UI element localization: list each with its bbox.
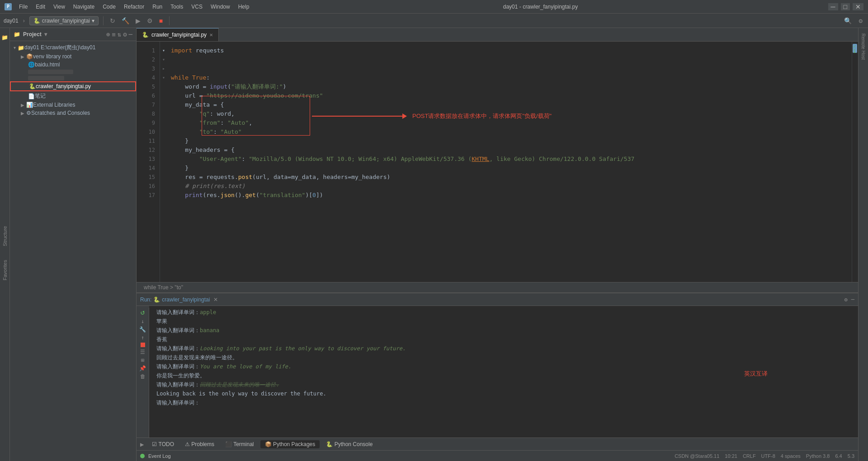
tab-python-packages[interactable]: 📦 Python Packages <box>260 440 320 448</box>
output-line-4: 香蕉 <box>156 335 851 344</box>
code-line-17: print(res.json().get("translation")[0]) <box>171 191 852 200</box>
diff-indicator: ✓ 1 <box>853 44 858 54</box>
code-line-3 <box>171 64 852 73</box>
trash-icon[interactable]: 🗑 <box>140 373 146 380</box>
stop-icon[interactable]: ■ <box>157 16 165 25</box>
tree-blurred2[interactable] <box>10 75 136 81</box>
minimize-panel-icon[interactable]: ─ <box>851 296 854 303</box>
expand-icon[interactable]: ⇅ <box>118 31 121 38</box>
menu-edit[interactable]: Edit <box>32 3 49 11</box>
tab-close-icon[interactable]: ✕ <box>209 33 213 38</box>
code-line-8: "q": word, <box>171 109 852 118</box>
right-scrollbar[interactable]: ✓ 1 <box>852 42 858 282</box>
list-icon[interactable]: ☰ <box>140 349 145 355</box>
project-panel: 📁 Project ▾ ⊕ ≡ ⇅ ⚙ ─ ▾ 📁 day01 E:\crawl… <box>10 28 137 461</box>
maximize-button[interactable]: □ <box>841 3 850 10</box>
tree-active-file[interactable]: 🐍 crawler_fanyipingtai.py <box>10 81 136 91</box>
tree-root[interactable]: ▾ 📁 day01 E:\crawler(爬虫)\day01 <box>10 43 136 52</box>
app-icon: P <box>5 3 12 10</box>
tree-venv-label: venv library root <box>33 53 71 60</box>
output-annotation: 英汉互译 <box>744 369 768 378</box>
run-config-name: crawler_fanyipingtai <box>42 18 90 24</box>
project-title: Project <box>23 31 42 38</box>
utf8-label[interactable]: UTF-8 <box>761 453 775 459</box>
menu-help[interactable]: Help <box>235 3 253 11</box>
terminal-icon: ⬛ <box>225 441 232 447</box>
locate-file-icon[interactable]: ⊕ <box>106 31 110 38</box>
table-icon[interactable]: ⊞ <box>141 357 144 363</box>
ln-label: 5.3 <box>848 453 854 459</box>
tree-active-label: crawler_fanyipingtai.py <box>36 83 91 89</box>
python-console-icon: 🐍 <box>326 441 333 447</box>
down-icon[interactable]: ↓ <box>141 318 144 325</box>
stop-run-icon[interactable] <box>141 343 145 347</box>
fold-headers-icon[interactable]: ▾ <box>160 73 167 82</box>
run-debug-icon[interactable]: ▶ <box>134 16 142 25</box>
editor-tab-active[interactable]: 🐍 crawler_fanyipingtai.py ✕ <box>137 28 219 41</box>
window-title: day01 - crawler_fanyipingtai.py <box>503 4 578 10</box>
fold-data-icon[interactable]: ▾ <box>160 55 167 64</box>
remote-host-label[interactable]: Remote Host <box>861 30 866 60</box>
menu-tools[interactable]: Tools <box>167 3 187 11</box>
wrench-icon[interactable]: 🔧 <box>139 326 146 333</box>
close-run-icon[interactable]: ✕ <box>213 296 218 303</box>
menu-window[interactable]: Window <box>207 3 234 11</box>
pin-icon[interactable]: 📌 <box>139 365 146 372</box>
gear-icon[interactable]: ⚙ <box>123 31 127 38</box>
build-icon[interactable]: 🔨 <box>120 16 131 25</box>
code-line-12: my_headers = { <box>171 146 852 155</box>
code-line-11: } <box>171 136 852 146</box>
folder-icon: 📁 <box>18 45 24 51</box>
tab-terminal[interactable]: ⬛ Terminal <box>221 440 258 448</box>
project-tree: ▾ 📁 day01 E:\crawler(爬虫)\day01 ▶ 📦 venv … <box>10 41 136 461</box>
event-log-label[interactable]: Event Log <box>148 453 171 459</box>
close-button[interactable]: ✕ <box>853 3 863 10</box>
run-bottom-icon[interactable]: ▶ <box>140 441 144 448</box>
fold-close-icon[interactable]: ▸ <box>160 64 167 73</box>
run-config-selector[interactable]: 🐍 crawler_fanyipingtai ▾ <box>29 16 99 25</box>
up-icon[interactable]: ↑ <box>141 334 144 341</box>
python-version-label[interactable]: Python 3.8 <box>806 453 830 459</box>
tree-scratches[interactable]: ▶ ⚙ Scratches and Consoles <box>10 109 136 117</box>
tab-todo[interactable]: ☑ TODO <box>147 440 179 448</box>
code-line-10: "to": "Auto" <box>171 127 852 136</box>
tree-external[interactable]: ▶ 📊 External Libraries <box>10 101 136 109</box>
search-icon[interactable]: 🔍 <box>842 16 854 25</box>
collapse-all-icon[interactable]: ≡ <box>112 31 115 38</box>
tab-python-console[interactable]: 🐍 Python Console <box>321 440 377 448</box>
indent-label[interactable]: 4 spaces <box>781 453 801 459</box>
tree-notes[interactable]: 📄 笔记 <box>10 91 136 101</box>
tab-problems[interactable]: ⚠ Problems <box>180 440 219 448</box>
tree-baidu[interactable]: 🌐 baidu.html <box>10 61 136 69</box>
rerun-icon[interactable]: ↺ <box>141 308 145 316</box>
code-line-2 <box>171 55 852 64</box>
minus-icon[interactable]: ─ <box>129 31 132 38</box>
refresh-icon[interactable]: ↻ <box>108 16 117 25</box>
menu-view[interactable]: View <box>50 3 69 11</box>
menu-run[interactable]: Run <box>149 3 166 11</box>
left-sidebar-icons: 📁 Structure Favorites <box>0 28 10 461</box>
menu-navigate[interactable]: Navigate <box>70 3 98 11</box>
code-editor: 1 2 3 4 5 6 7 8 9 10 11 12 13 14 15 16 1… <box>137 42 858 282</box>
gear-run-icon[interactable]: ⚙ <box>844 296 848 303</box>
settings-icon[interactable]: ⚙ <box>857 16 864 25</box>
chevron-down-icon: ▾ <box>44 31 47 38</box>
venv-icon: 📦 <box>26 53 33 60</box>
more-run-icon[interactable]: ⚙ <box>145 16 155 25</box>
menu-file[interactable]: File <box>15 3 31 11</box>
structure-sidebar-label[interactable]: Structure <box>2 226 8 246</box>
tree-scratches-label: Scratches and Consoles <box>31 110 90 116</box>
crlf-label[interactable]: CRLF <box>743 453 756 459</box>
fold-while-icon[interactable]: ▾ <box>160 46 167 55</box>
menu-vcs[interactable]: VCS <box>188 3 206 11</box>
favorites-sidebar-label[interactable]: Favorites <box>2 260 8 280</box>
breadcrumb: while True > "to" <box>137 282 858 293</box>
chevron-down-icon: ▾ <box>92 18 94 24</box>
menu-code[interactable]: Code <box>99 3 119 11</box>
minimize-button[interactable]: ─ <box>828 3 838 10</box>
tree-blurred1[interactable] <box>10 69 136 75</box>
project-icon[interactable]: 📁 <box>0 32 11 43</box>
menu-refactor[interactable]: Refactor <box>120 3 148 11</box>
tree-venv[interactable]: ▶ 📦 venv library root <box>10 52 136 61</box>
code-content[interactable]: import requests while True: word = input… <box>167 42 852 282</box>
